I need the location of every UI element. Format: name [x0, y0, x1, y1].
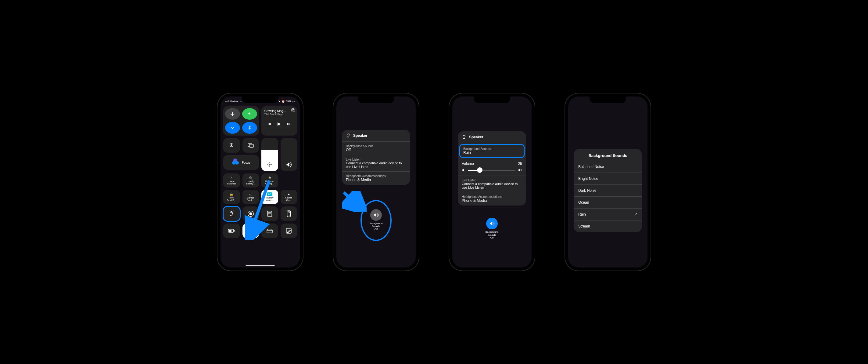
live-listen-cell[interactable]: Live Listen Connect a compatible audio d… — [342, 155, 410, 171]
svg-point-25 — [288, 211, 290, 213]
screen: Speaker Background Sounds Rain Volume 25 — [452, 96, 532, 268]
background-sounds-cell[interactable]: Background Sounds Off — [342, 142, 410, 155]
home-icon: ⌂ — [230, 176, 233, 180]
home-indicator[interactable] — [246, 265, 275, 266]
svg-line-12 — [268, 166, 269, 166]
home-hallway-tile[interactable]: 74°Hallwayecobee — [261, 190, 278, 204]
home-foyer-tile[interactable]: 🔒FoyerFront D… — [223, 190, 240, 204]
home-kitchen-tile[interactable]: ●KitchenCans — [281, 190, 298, 204]
sound-option-stream[interactable]: Stream — [574, 221, 642, 232]
carrier-label: Verizon — [230, 100, 239, 103]
option-label: Bright Noise — [578, 176, 598, 181]
location-icon: ➤ — [278, 100, 281, 103]
svg-point-29 — [289, 215, 290, 216]
hearing-panel: Speaker Background Sounds Rain Volume 25 — [458, 131, 526, 205]
ear-icon — [462, 134, 467, 140]
next-track-button[interactable]: ⏭ — [287, 121, 291, 126]
notch — [242, 96, 278, 103]
wallet-button[interactable] — [261, 224, 278, 238]
home-garage-tile[interactable]: ▭GaragePerch… — [243, 190, 259, 204]
svg-rect-34 — [267, 230, 272, 233]
background-sounds-cell[interactable]: Background Sounds Rain — [459, 144, 525, 158]
svg-point-20 — [271, 214, 271, 214]
home-laundry-tile[interactable]: 🔌LaundryBattery… — [243, 173, 259, 188]
phone-control-center: ••ıll Verizon ᯤ ➤ ⏰ 69% ▭ Crawling King…… — [217, 93, 303, 271]
dark-mode-toggle[interactable] — [243, 224, 259, 238]
volume-slider[interactable] — [281, 138, 298, 171]
volume-max-icon — [518, 168, 522, 172]
airplay-icon[interactable] — [291, 108, 295, 112]
svg-point-21 — [269, 215, 269, 215]
option-label: Stream — [578, 224, 590, 228]
svg-line-13 — [271, 163, 272, 164]
svg-rect-24 — [287, 211, 290, 217]
volume-min-icon — [462, 168, 465, 172]
hearing-button[interactable] — [223, 206, 240, 221]
svg-point-18 — [269, 214, 269, 214]
now-playing-artist: The Black Keys — [265, 113, 294, 116]
wifi-toggle[interactable] — [225, 122, 240, 134]
sound-option-ocean[interactable]: Ocean — [574, 197, 642, 208]
notch — [590, 96, 626, 103]
bg-volume-slider[interactable] — [468, 170, 516, 171]
focus-icons — [232, 159, 240, 166]
status-left: ••ıll Verizon ᯤ — [225, 100, 243, 103]
home-favorites-tile[interactable]: ⌂HomeFavorites — [223, 173, 240, 188]
sound-option-balanced-noise[interactable]: Balanced Noise — [574, 161, 642, 172]
play-button[interactable]: ▶ — [278, 121, 281, 126]
volume-cell: Volume 25 — [458, 159, 526, 167]
headphone-accommodations-cell[interactable]: Headphone Accommodations Phone & Media — [458, 192, 526, 205]
phone-hearing-panel-off: Speaker Background Sounds Off Live Liste… — [333, 93, 419, 271]
panel-title: Background Sounds — [574, 149, 642, 161]
now-playing-module[interactable]: Crawling King… The Black Keys ⏮ ▶ ⏭ — [261, 106, 297, 136]
svg-rect-2 — [231, 144, 232, 145]
svg-rect-31 — [234, 230, 235, 231]
low-power-mode-button[interactable] — [223, 224, 240, 238]
cellular-data-toggle[interactable] — [242, 108, 257, 120]
brightness-slider[interactable] — [261, 138, 278, 171]
svg-rect-32 — [229, 230, 231, 232]
connectivity-module — [223, 106, 259, 136]
plug-icon: 🔌 — [249, 176, 253, 180]
orientation-lock-toggle[interactable] — [223, 138, 240, 153]
sound-option-rain[interactable]: Rain✓ — [574, 208, 642, 220]
battery-percent: 69% — [286, 100, 291, 103]
now-playing-title: Crawling King… — [265, 109, 294, 113]
background-sounds-toggle[interactable] — [370, 209, 382, 221]
sound-option-bright-noise[interactable]: Bright Noise — [574, 173, 642, 185]
headphone-accommodations-cell[interactable]: Headphone Accommodations Phone & Media — [342, 172, 410, 185]
signal-icon: ••ıll — [225, 100, 230, 103]
svg-point-23 — [271, 215, 271, 215]
calculator-button[interactable] — [261, 206, 278, 221]
svg-point-1 — [292, 109, 294, 111]
sound-option-dark-noise[interactable]: Dark Noise — [574, 185, 642, 196]
svg-line-37 — [344, 192, 359, 206]
focus-button[interactable]: Focus — [223, 155, 259, 170]
bluetooth-toggle[interactable] — [242, 122, 257, 134]
svg-rect-17 — [268, 212, 272, 213]
notch — [474, 96, 510, 103]
apple-tv-remote-button[interactable] — [281, 206, 298, 221]
notes-quick-note-button[interactable] — [281, 224, 298, 238]
svg-line-10 — [268, 163, 269, 164]
prev-track-button[interactable]: ⏮ — [268, 121, 272, 126]
svg-rect-4 — [249, 144, 253, 147]
screen-mirroring-button[interactable] — [243, 138, 259, 153]
playback-controls: ⏮ ▶ ⏭ — [265, 121, 294, 126]
volume-slider-row — [458, 167, 526, 175]
status-right: ➤ ⏰ 69% ▭ — [278, 100, 295, 103]
camera-icon: ▭ — [249, 192, 252, 196]
background-sounds-toggle[interactable] — [486, 218, 498, 229]
option-label: Balanced Noise — [578, 165, 604, 169]
option-label: Dark Noise — [578, 189, 596, 193]
ear-icon — [346, 133, 351, 138]
home-bedroom-tile[interactable]: ✻BedroomCeiling… — [261, 173, 278, 188]
screen-record-button[interactable] — [243, 206, 259, 221]
screen: Speaker Background Sounds Off Live Liste… — [336, 96, 416, 268]
svg-point-27 — [289, 214, 290, 214]
panel-header: Speaker — [458, 131, 526, 143]
live-listen-cell[interactable]: Live Listen Connect a compatible audio d… — [458, 176, 526, 192]
speaker-label: Speaker — [469, 135, 484, 139]
airplane-mode-toggle[interactable] — [225, 108, 240, 120]
volume-value: 25 — [518, 162, 522, 166]
